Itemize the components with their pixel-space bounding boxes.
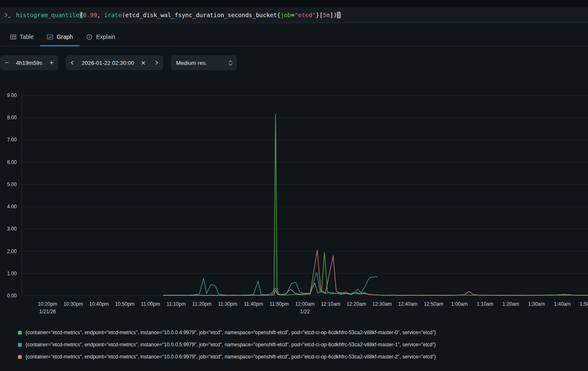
x-axis-label: 12:20am	[347, 301, 366, 307]
x-axis-label: 10:30pm	[64, 301, 83, 307]
series-line	[163, 114, 588, 295]
query-token: 5m	[323, 12, 330, 18]
legend-label: {container="etcd-metrics", endpoint="etc…	[26, 342, 436, 348]
x-axis-label: 11:40pm	[244, 301, 263, 307]
x-axis-label: 1:40am	[554, 301, 570, 307]
query-token: irate	[104, 12, 122, 18]
x-axis-label: 1:20am	[502, 301, 519, 307]
y-axis-label: 6.00	[7, 159, 17, 165]
tabs: Table Graph Explain	[0, 28, 588, 46]
zoom-out-button[interactable]: −	[0, 55, 13, 70]
tab-label: Graph	[56, 33, 73, 40]
select-caret-icon	[229, 60, 233, 66]
x-axis-label: 1:10am	[477, 301, 493, 307]
tab-table[interactable]: Table	[3, 28, 40, 46]
query-bar: histogram_quantile(0.99, irate(etcd_disk…	[0, 8, 588, 23]
previous-time-button[interactable]	[66, 55, 79, 70]
y-axis-label: 7.00	[7, 137, 17, 143]
legend-label: {container="etcd-metrics", endpoint="etc…	[26, 354, 436, 360]
legend: {container="etcd-metrics", endpoint="etc…	[18, 330, 588, 360]
x-axis-label: 12:00am	[295, 301, 315, 307]
x-axis-date-label: 1/22	[300, 309, 310, 315]
x-axis-label: 11:00pm	[141, 301, 160, 307]
datetime-control: 2026-01-22 02:30:00	[66, 55, 163, 70]
query-token: (	[80, 12, 83, 18]
y-axis-label: 5.00	[7, 182, 17, 187]
x-axis-label: 1:30am	[528, 301, 545, 307]
clear-datetime-button[interactable]	[136, 55, 150, 70]
x-axis-date-label: 1/21/26	[39, 309, 56, 315]
resolution-value: Medium res.	[176, 60, 207, 66]
x-axis-label: 12:40am	[398, 301, 418, 307]
datetime-value[interactable]: 2026-01-22 02:30:00	[79, 60, 136, 66]
query-token: )	[334, 12, 337, 18]
query-token: "etcd"	[295, 12, 316, 18]
query-token: {	[277, 12, 280, 18]
terminal-prompt-icon	[3, 12, 12, 18]
query-token: 0.99	[83, 12, 97, 18]
legend-swatch	[18, 343, 22, 347]
legend-item[interactable]: {container="etcd-metrics", endpoint="etc…	[18, 342, 588, 348]
zoom-in-button[interactable]: +	[45, 55, 58, 70]
query-token: ,	[97, 12, 104, 18]
series-line	[163, 272, 377, 295]
x-axis-label: 10:20pm	[38, 301, 57, 307]
x-axis-label: 1:50am	[580, 301, 588, 307]
x-axis-label: 10:40pm	[89, 301, 109, 307]
resolution-select[interactable]: Medium res.	[171, 55, 237, 70]
chart-svg[interactable]: 0.001.002.003.004.005.006.007.008.009.00…	[0, 78, 588, 319]
query-token: ]	[330, 12, 333, 18]
y-axis-label: 9.00	[7, 92, 17, 98]
tab-label: Table	[20, 33, 33, 40]
y-axis-label: 1.00	[7, 271, 17, 276]
y-axis-label: 4.00	[7, 204, 17, 210]
graph-icon	[47, 34, 53, 40]
query-token: )	[337, 12, 340, 18]
y-axis-label: 8.00	[7, 115, 17, 120]
chart: 0.001.002.003.004.005.006.007.008.009.00…	[0, 78, 588, 320]
next-time-button[interactable]	[150, 55, 163, 70]
legend-swatch	[18, 331, 22, 335]
query-token: =	[291, 12, 295, 18]
graph-controls: − 4h19m59s + 2026-01-22 02:30:00 Medium …	[0, 55, 588, 70]
x-axis-label: 11:50pm	[270, 301, 289, 307]
legend-swatch	[18, 355, 22, 359]
y-axis-label: 0.00	[7, 293, 17, 299]
timespan-value: 4h19m59s	[13, 60, 45, 66]
query-token: histogram_quantile	[16, 12, 80, 18]
tab-label: Explain	[96, 33, 115, 40]
legend-item[interactable]: {container="etcd-metrics", endpoint="etc…	[18, 330, 588, 335]
x-axis-label: 11:30pm	[218, 301, 237, 307]
x-axis-label: 11:10pm	[167, 301, 186, 307]
legend-item[interactable]: {container="etcd-metrics", endpoint="etc…	[18, 354, 588, 360]
x-axis-label: 12:50am	[424, 301, 444, 307]
legend-label: {container="etcd-metrics", endpoint="etc…	[26, 330, 436, 335]
tab-explain[interactable]: Explain	[80, 28, 122, 46]
table-icon	[10, 34, 16, 40]
metrics-page: histogram_quantile(0.99, irate(etcd_disk…	[0, 0, 588, 360]
top-strip	[0, 0, 588, 8]
timespan-control: − 4h19m59s +	[0, 55, 58, 70]
x-axis-label: 10:50pm	[115, 301, 135, 307]
query-text[interactable]: histogram_quantile(0.99, irate(etcd_disk…	[16, 12, 588, 18]
query-token: etcd_disk_wal_fsync_duration_seconds_buc…	[125, 12, 277, 18]
x-axis-label: 11:20pm	[193, 301, 212, 307]
x-axis-label: 12:10am	[321, 301, 341, 307]
info-icon	[86, 34, 92, 40]
y-axis-label: 3.00	[7, 226, 17, 232]
x-axis-label: 1:00am	[451, 301, 467, 307]
series-line	[163, 250, 588, 296]
x-axis-label: 12:30am	[372, 301, 392, 307]
tab-graph[interactable]: Graph	[40, 28, 80, 46]
y-axis-label: 2.00	[7, 248, 17, 254]
query-token: job	[280, 12, 291, 18]
query-token: }	[316, 12, 319, 18]
